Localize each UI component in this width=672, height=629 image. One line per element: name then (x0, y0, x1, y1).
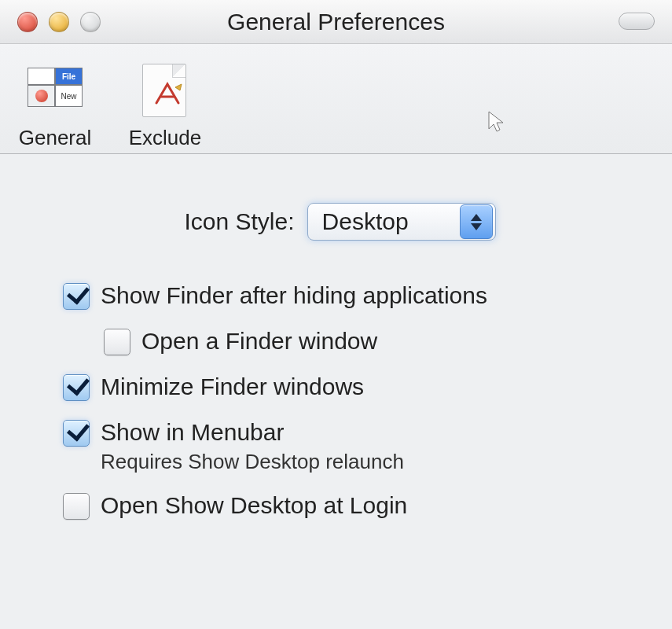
checkbox-show-finder[interactable] (63, 283, 90, 310)
checkbox-row-open-at-login: Open Show Desktop at Login (63, 491, 617, 520)
window-title: General Preferences (0, 9, 672, 35)
traffic-lights (0, 12, 101, 32)
icon-style-row: Icon Style: Desktop (63, 201, 617, 242)
toolbar-toggle-pill[interactable] (619, 13, 655, 30)
content-area: Icon Style: Desktop Show Finder after hi… (0, 154, 672, 561)
toolbar-item-exclude[interactable]: Exclude (118, 60, 212, 150)
checkbox-label-minimize-finder: Minimize Finder windows (101, 373, 364, 401)
icon-style-select[interactable]: Desktop (307, 201, 496, 242)
checkbox-sublabel-show-menubar: Requires Show Desktop relaunch (101, 450, 404, 474)
exclude-icon (134, 60, 196, 123)
checkbox-row-show-finder: Show Finder after hiding applications (63, 281, 617, 310)
minimize-button[interactable] (49, 12, 69, 32)
checkbox-label-open-at-login: Open Show Desktop at Login (101, 491, 407, 520)
toolbar-label-exclude: Exclude (129, 126, 202, 150)
checkbox-row-open-finder-window: Open a Finder window (104, 327, 617, 355)
checkbox-open-at-login[interactable] (63, 493, 90, 520)
zoom-button[interactable] (80, 12, 101, 32)
select-arrows-icon (460, 204, 493, 239)
general-icon: File New (24, 60, 86, 123)
close-button[interactable] (17, 12, 38, 32)
titlebar: General Preferences (0, 0, 672, 44)
checkbox-label-open-finder-window: Open a Finder window (141, 327, 377, 355)
checkbox-open-finder-window[interactable] (104, 329, 130, 355)
toolbar: File New General (0, 44, 672, 154)
icon-style-label: Icon Style: (184, 208, 294, 235)
checkbox-label-show-menubar: Show in Menubar (101, 418, 404, 447)
toolbar-label-general: General (19, 126, 92, 150)
preferences-window: General Preferences File New General (0, 0, 672, 629)
toolbar-item-general[interactable]: File New General (8, 60, 102, 150)
checkbox-label-show-finder: Show Finder after hiding applications (101, 281, 487, 310)
checkbox-minimize-finder[interactable] (63, 374, 90, 401)
checkbox-row-show-menubar: Show in Menubar Requires Show Desktop re… (63, 418, 617, 474)
checkbox-row-minimize-finder: Minimize Finder windows (63, 373, 617, 401)
checkbox-show-menubar[interactable] (63, 420, 90, 447)
